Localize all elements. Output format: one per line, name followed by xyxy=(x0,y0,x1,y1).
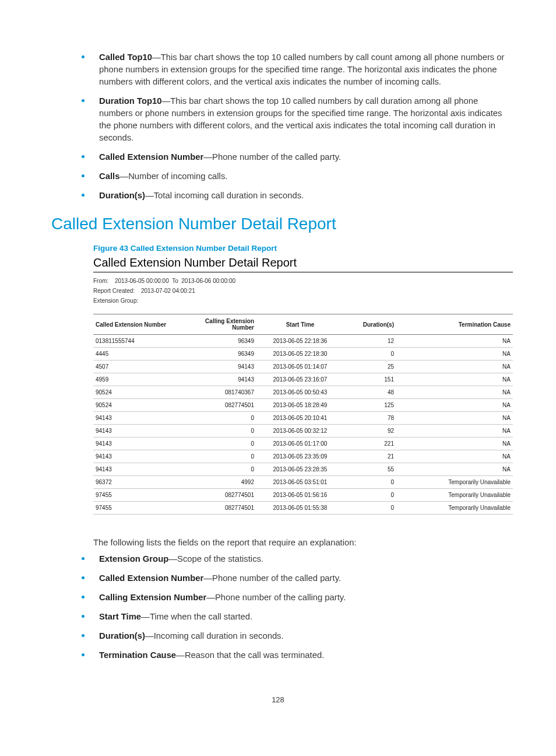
to-value: 2013-06-06 00:00:00 xyxy=(181,278,235,284)
report-title: Called Extension Number Detail Report xyxy=(93,256,513,272)
table-cell: 082774501 xyxy=(181,489,256,502)
table-cell: 48 xyxy=(344,386,396,399)
page-number: 128 xyxy=(51,672,505,704)
report-figure: Called Extension Number Detail Report Fr… xyxy=(93,256,513,514)
table-cell: NA xyxy=(396,373,513,386)
table-cell: NA xyxy=(396,438,513,450)
table-cell: NA xyxy=(396,412,513,425)
table-cell: 2013-06-05 22:18:30 xyxy=(256,348,344,360)
table-row: 4959941432013-06-05 23:16:07151NA xyxy=(93,373,513,386)
term: Called Extension Number xyxy=(99,152,203,162)
table-cell: 2013-06-05 23:16:07 xyxy=(256,373,344,386)
table-cell: 2013-06-05 03:51:01 xyxy=(256,476,344,489)
table-cell: 082774501 xyxy=(181,399,256,412)
table-cell: 96349 xyxy=(181,335,256,348)
table-cell: 90524 xyxy=(93,399,181,412)
table-cell: Temporarily Unavailable xyxy=(396,489,513,502)
table-row: 9414302013-06-05 01:17:00221NA xyxy=(93,438,513,450)
list-item: Duration Top10—This bar chart shows the … xyxy=(82,95,505,144)
term-desc: —Scope of the statistics. xyxy=(168,554,263,564)
list-item: Extension Group—Scope of the statistics. xyxy=(82,553,505,565)
table-row: 905240817403672013-06-05 00:50:4348NA xyxy=(93,386,513,399)
table-cell: 2013-06-05 01:55:38 xyxy=(256,502,344,514)
table-row: 974550827745012013-06-05 01:56:160Tempor… xyxy=(93,489,513,502)
table-cell: 12 xyxy=(344,335,396,348)
table-cell: NA xyxy=(396,386,513,399)
table-cell: 0 xyxy=(181,425,256,438)
table-cell: 21 xyxy=(344,450,396,463)
list-item: Start Time—Time when the call started. xyxy=(82,611,505,623)
table-header: Start Time xyxy=(256,314,344,335)
table-cell: NA xyxy=(396,348,513,360)
table-row: 9414302013-06-05 20:10:4178NA xyxy=(93,412,513,425)
table-cell: NA xyxy=(396,450,513,463)
table-cell: 081740367 xyxy=(181,386,256,399)
table-row: 9414302013-06-05 23:28:3555NA xyxy=(93,463,513,476)
table-cell: 94143 xyxy=(181,360,256,373)
table-cell: 0 xyxy=(344,489,396,502)
table-cell: 25 xyxy=(344,360,396,373)
table-header: Called Extension Number xyxy=(93,314,181,335)
table-cell: 082774501 xyxy=(181,502,256,514)
table-cell: 78 xyxy=(344,412,396,425)
top-bullet-list: Called Top10—This bar chart shows the to… xyxy=(51,51,505,202)
created-label: Report Created: xyxy=(93,288,135,294)
term-desc: —This bar chart shows the top 10 called … xyxy=(99,52,505,86)
table-cell: 2013-06-05 20:10:41 xyxy=(256,412,344,425)
extgroup-label: Extension Group: xyxy=(93,298,138,304)
table-cell: 0 xyxy=(181,412,256,425)
term: Termination Cause xyxy=(99,650,176,660)
list-item: Called Top10—This bar chart shows the to… xyxy=(82,51,505,88)
list-item: Calling Extension Number—Phone number of… xyxy=(82,592,505,604)
table-cell: NA xyxy=(396,399,513,412)
table-row: 974550827745012013-06-05 01:55:380Tempor… xyxy=(93,502,513,514)
table-cell: 0 xyxy=(181,463,256,476)
table-cell: 2013-06-05 01:14:07 xyxy=(256,360,344,373)
term-desc: —Number of incoming calls. xyxy=(119,172,227,181)
table-cell: 96372 xyxy=(93,476,181,489)
table-cell: NA xyxy=(396,360,513,373)
report-meta: From: 2013-06-05 00:00:00 To 2013-06-06 … xyxy=(93,276,513,306)
term: Calling Extension Number xyxy=(99,593,206,602)
table-cell: 92 xyxy=(344,425,396,438)
from-label: From: xyxy=(93,278,108,284)
table-cell: 94143 xyxy=(93,412,181,425)
from-value: 2013-06-05 00:00:00 xyxy=(115,278,169,284)
table-row: 4445963492013-06-05 22:18:300NA xyxy=(93,348,513,360)
table-cell: 4507 xyxy=(93,360,181,373)
table-cell: 55 xyxy=(344,463,396,476)
table-cell: 97455 xyxy=(93,502,181,514)
report-table: Called Extension NumberCalling Extension… xyxy=(93,314,513,514)
list-item: Calls—Number of incoming calls. xyxy=(82,170,505,183)
term: Calls xyxy=(99,172,119,181)
table-cell: 0 xyxy=(344,348,396,360)
table-cell: 2013-06-05 00:32:12 xyxy=(256,425,344,438)
term: Extension Group xyxy=(99,554,168,564)
term: Duration(s) xyxy=(99,191,145,200)
table-cell: 2013-06-05 01:56:16 xyxy=(256,489,344,502)
table-row: 9414302013-06-05 23:35:0921NA xyxy=(93,450,513,463)
term: Duration(s) xyxy=(99,631,145,640)
table-header: Calling Extension Number xyxy=(181,314,256,335)
table-cell: 013811555744 xyxy=(93,335,181,348)
term: Start Time xyxy=(99,612,141,621)
table-header: Duration(s) xyxy=(344,314,396,335)
table-cell: 90524 xyxy=(93,386,181,399)
table-cell: 2013-06-05 22:18:36 xyxy=(256,335,344,348)
table-cell: 97455 xyxy=(93,489,181,502)
table-row: 905240827745012013-06-05 18:28:49125NA xyxy=(93,399,513,412)
term-desc: —Incoming call duration in seconds. xyxy=(145,631,284,640)
table-cell: 0 xyxy=(344,502,396,514)
table-cell: 0 xyxy=(181,438,256,450)
table-cell: 94143 xyxy=(93,463,181,476)
term-desc: —Phone number of the called party. xyxy=(203,152,341,162)
list-item: Called Extension Number—Phone number of … xyxy=(82,151,505,163)
table-cell: NA xyxy=(396,463,513,476)
created-value: 2013-07-02 04:00:21 xyxy=(141,288,195,294)
page-content: Called Top10—This bar chart shows the to… xyxy=(0,0,556,727)
table-cell: Temporarily Unavailable xyxy=(396,476,513,489)
table-cell: 94143 xyxy=(93,450,181,463)
bottom-bullet-list: Extension Group—Scope of the statistics.… xyxy=(51,553,505,662)
table-cell: 94143 xyxy=(93,425,181,438)
list-item: Duration(s)—Incoming call duration in se… xyxy=(82,630,505,642)
